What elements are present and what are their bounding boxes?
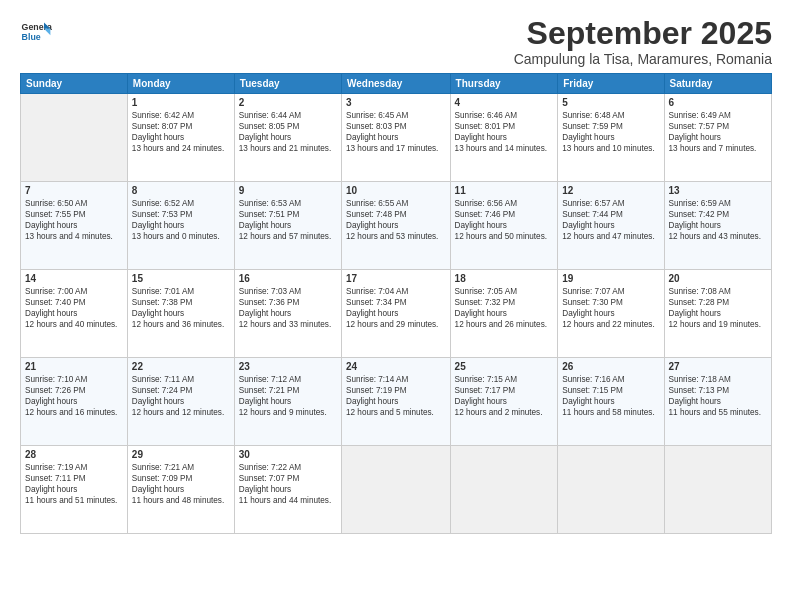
day-number: 3 bbox=[346, 97, 446, 108]
col-friday: Friday bbox=[558, 74, 664, 94]
table-row: 12Sunrise: 6:57 AMSunset: 7:44 PMDayligh… bbox=[558, 182, 664, 270]
day-info: Sunrise: 7:14 AMSunset: 7:19 PMDaylight … bbox=[346, 374, 446, 418]
day-info: Sunrise: 6:55 AMSunset: 7:48 PMDaylight … bbox=[346, 198, 446, 242]
day-info: Sunrise: 6:44 AMSunset: 8:05 PMDaylight … bbox=[239, 110, 337, 154]
table-row: 30Sunrise: 7:22 AMSunset: 7:07 PMDayligh… bbox=[234, 446, 341, 534]
day-info: Sunrise: 7:11 AMSunset: 7:24 PMDaylight … bbox=[132, 374, 230, 418]
page: General Blue September 2025 Campulung la… bbox=[0, 0, 792, 612]
day-number: 4 bbox=[455, 97, 554, 108]
day-number: 27 bbox=[669, 361, 767, 372]
month-title: September 2025 bbox=[514, 16, 772, 51]
day-info: Sunrise: 7:04 AMSunset: 7:34 PMDaylight … bbox=[346, 286, 446, 330]
table-row: 5Sunrise: 6:48 AMSunset: 7:59 PMDaylight… bbox=[558, 94, 664, 182]
day-info: Sunrise: 7:22 AMSunset: 7:07 PMDaylight … bbox=[239, 462, 337, 506]
svg-text:Blue: Blue bbox=[22, 32, 41, 42]
week-row-0: 1Sunrise: 6:42 AMSunset: 8:07 PMDaylight… bbox=[21, 94, 772, 182]
day-number: 18 bbox=[455, 273, 554, 284]
table-row: 15Sunrise: 7:01 AMSunset: 7:38 PMDayligh… bbox=[127, 270, 234, 358]
day-number: 6 bbox=[669, 97, 767, 108]
day-number: 28 bbox=[25, 449, 123, 460]
day-info: Sunrise: 7:21 AMSunset: 7:09 PMDaylight … bbox=[132, 462, 230, 506]
table-row: 2Sunrise: 6:44 AMSunset: 8:05 PMDaylight… bbox=[234, 94, 341, 182]
day-number: 8 bbox=[132, 185, 230, 196]
title-block: September 2025 Campulung la Tisa, Maramu… bbox=[514, 16, 772, 67]
week-row-1: 7Sunrise: 6:50 AMSunset: 7:55 PMDaylight… bbox=[21, 182, 772, 270]
day-info: Sunrise: 7:00 AMSunset: 7:40 PMDaylight … bbox=[25, 286, 123, 330]
table-row: 3Sunrise: 6:45 AMSunset: 8:03 PMDaylight… bbox=[341, 94, 450, 182]
day-info: Sunrise: 6:46 AMSunset: 8:01 PMDaylight … bbox=[455, 110, 554, 154]
day-number: 11 bbox=[455, 185, 554, 196]
table-row: 19Sunrise: 7:07 AMSunset: 7:30 PMDayligh… bbox=[558, 270, 664, 358]
table-row: 16Sunrise: 7:03 AMSunset: 7:36 PMDayligh… bbox=[234, 270, 341, 358]
col-tuesday: Tuesday bbox=[234, 74, 341, 94]
day-info: Sunrise: 7:08 AMSunset: 7:28 PMDaylight … bbox=[669, 286, 767, 330]
table-row: 4Sunrise: 6:46 AMSunset: 8:01 PMDaylight… bbox=[450, 94, 558, 182]
table-row: 13Sunrise: 6:59 AMSunset: 7:42 PMDayligh… bbox=[664, 182, 771, 270]
table-row: 11Sunrise: 6:56 AMSunset: 7:46 PMDayligh… bbox=[450, 182, 558, 270]
table-row: 14Sunrise: 7:00 AMSunset: 7:40 PMDayligh… bbox=[21, 270, 128, 358]
day-info: Sunrise: 6:50 AMSunset: 7:55 PMDaylight … bbox=[25, 198, 123, 242]
day-info: Sunrise: 6:45 AMSunset: 8:03 PMDaylight … bbox=[346, 110, 446, 154]
day-number: 17 bbox=[346, 273, 446, 284]
calendar-table: Sunday Monday Tuesday Wednesday Thursday… bbox=[20, 73, 772, 534]
col-saturday: Saturday bbox=[664, 74, 771, 94]
table-row: 20Sunrise: 7:08 AMSunset: 7:28 PMDayligh… bbox=[664, 270, 771, 358]
table-row: 24Sunrise: 7:14 AMSunset: 7:19 PMDayligh… bbox=[341, 358, 450, 446]
col-sunday: Sunday bbox=[21, 74, 128, 94]
table-row bbox=[450, 446, 558, 534]
day-number: 24 bbox=[346, 361, 446, 372]
day-info: Sunrise: 7:03 AMSunset: 7:36 PMDaylight … bbox=[239, 286, 337, 330]
day-info: Sunrise: 7:10 AMSunset: 7:26 PMDaylight … bbox=[25, 374, 123, 418]
week-row-2: 14Sunrise: 7:00 AMSunset: 7:40 PMDayligh… bbox=[21, 270, 772, 358]
table-row: 17Sunrise: 7:04 AMSunset: 7:34 PMDayligh… bbox=[341, 270, 450, 358]
day-number: 21 bbox=[25, 361, 123, 372]
day-number: 16 bbox=[239, 273, 337, 284]
table-row: 27Sunrise: 7:18 AMSunset: 7:13 PMDayligh… bbox=[664, 358, 771, 446]
day-number: 12 bbox=[562, 185, 659, 196]
table-row: 23Sunrise: 7:12 AMSunset: 7:21 PMDayligh… bbox=[234, 358, 341, 446]
day-number: 29 bbox=[132, 449, 230, 460]
day-info: Sunrise: 7:18 AMSunset: 7:13 PMDaylight … bbox=[669, 374, 767, 418]
day-info: Sunrise: 7:07 AMSunset: 7:30 PMDaylight … bbox=[562, 286, 659, 330]
day-info: Sunrise: 7:01 AMSunset: 7:38 PMDaylight … bbox=[132, 286, 230, 330]
table-row: 18Sunrise: 7:05 AMSunset: 7:32 PMDayligh… bbox=[450, 270, 558, 358]
day-number: 20 bbox=[669, 273, 767, 284]
col-wednesday: Wednesday bbox=[341, 74, 450, 94]
day-info: Sunrise: 6:56 AMSunset: 7:46 PMDaylight … bbox=[455, 198, 554, 242]
day-number: 14 bbox=[25, 273, 123, 284]
logo: General Blue bbox=[20, 16, 52, 48]
day-info: Sunrise: 6:53 AMSunset: 7:51 PMDaylight … bbox=[239, 198, 337, 242]
day-info: Sunrise: 7:15 AMSunset: 7:17 PMDaylight … bbox=[455, 374, 554, 418]
table-row: 28Sunrise: 7:19 AMSunset: 7:11 PMDayligh… bbox=[21, 446, 128, 534]
day-number: 26 bbox=[562, 361, 659, 372]
table-row: 21Sunrise: 7:10 AMSunset: 7:26 PMDayligh… bbox=[21, 358, 128, 446]
week-row-3: 21Sunrise: 7:10 AMSunset: 7:26 PMDayligh… bbox=[21, 358, 772, 446]
day-number: 10 bbox=[346, 185, 446, 196]
table-row: 26Sunrise: 7:16 AMSunset: 7:15 PMDayligh… bbox=[558, 358, 664, 446]
table-row: 9Sunrise: 6:53 AMSunset: 7:51 PMDaylight… bbox=[234, 182, 341, 270]
day-number: 19 bbox=[562, 273, 659, 284]
day-info: Sunrise: 6:42 AMSunset: 8:07 PMDaylight … bbox=[132, 110, 230, 154]
day-info: Sunrise: 6:57 AMSunset: 7:44 PMDaylight … bbox=[562, 198, 659, 242]
location-title: Campulung la Tisa, Maramures, Romania bbox=[514, 51, 772, 67]
day-info: Sunrise: 6:52 AMSunset: 7:53 PMDaylight … bbox=[132, 198, 230, 242]
day-info: Sunrise: 6:49 AMSunset: 7:57 PMDaylight … bbox=[669, 110, 767, 154]
day-number: 1 bbox=[132, 97, 230, 108]
day-number: 25 bbox=[455, 361, 554, 372]
table-row bbox=[664, 446, 771, 534]
day-info: Sunrise: 6:59 AMSunset: 7:42 PMDaylight … bbox=[669, 198, 767, 242]
day-number: 5 bbox=[562, 97, 659, 108]
table-row bbox=[341, 446, 450, 534]
table-row: 22Sunrise: 7:11 AMSunset: 7:24 PMDayligh… bbox=[127, 358, 234, 446]
day-info: Sunrise: 7:16 AMSunset: 7:15 PMDaylight … bbox=[562, 374, 659, 418]
table-row: 7Sunrise: 6:50 AMSunset: 7:55 PMDaylight… bbox=[21, 182, 128, 270]
table-row: 1Sunrise: 6:42 AMSunset: 8:07 PMDaylight… bbox=[127, 94, 234, 182]
header-row: Sunday Monday Tuesday Wednesday Thursday… bbox=[21, 74, 772, 94]
day-number: 23 bbox=[239, 361, 337, 372]
table-row: 29Sunrise: 7:21 AMSunset: 7:09 PMDayligh… bbox=[127, 446, 234, 534]
week-row-4: 28Sunrise: 7:19 AMSunset: 7:11 PMDayligh… bbox=[21, 446, 772, 534]
day-number: 2 bbox=[239, 97, 337, 108]
day-number: 22 bbox=[132, 361, 230, 372]
day-number: 9 bbox=[239, 185, 337, 196]
day-number: 7 bbox=[25, 185, 123, 196]
